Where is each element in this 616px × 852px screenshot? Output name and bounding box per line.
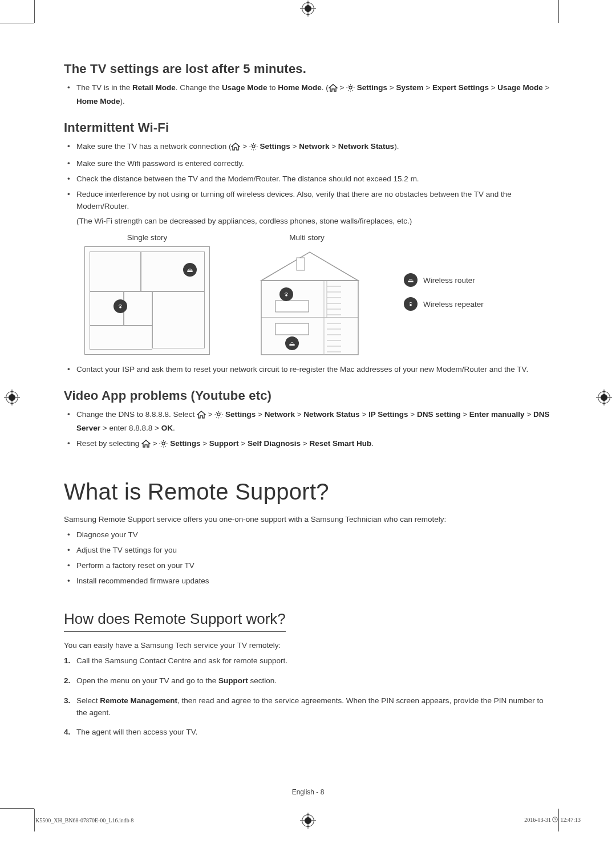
svg-rect-8 xyxy=(297,258,305,270)
bold-text: Settings xyxy=(168,439,200,448)
bold-text: Enter manually xyxy=(469,410,525,419)
svg-rect-10 xyxy=(289,344,294,346)
chevron: > xyxy=(408,410,417,419)
step-item: Open the menu on your TV and go to the S… xyxy=(76,675,552,687)
lead-text: Samsung Remote Support service offers yo… xyxy=(64,515,552,524)
chevron: > xyxy=(256,410,264,419)
heading-video: Video App problems (Youtube etc) xyxy=(64,388,552,403)
bold-text: OK xyxy=(161,424,173,432)
chevron: > xyxy=(200,439,209,448)
text: enter 8.8.8.8 xyxy=(109,424,155,432)
svg-point-1 xyxy=(119,306,121,309)
bold-text: Support xyxy=(209,439,239,448)
svg-marker-2 xyxy=(261,252,358,281)
chevron: > xyxy=(360,410,368,419)
registration-mark-icon xyxy=(302,2,314,15)
chevron: > xyxy=(155,424,161,432)
legend: Wireless router Wireless repeater xyxy=(404,273,484,311)
home-icon xyxy=(141,440,151,452)
registration-mark-icon xyxy=(598,391,610,404)
chevron: > xyxy=(206,410,214,419)
text: Reset by selecting xyxy=(76,439,141,448)
gear-icon xyxy=(159,439,168,452)
list-item: Make sure the TV has a network connectio… xyxy=(76,141,552,155)
bold-text: Network xyxy=(265,410,295,419)
svg-point-12 xyxy=(410,304,412,306)
bold-text: Home Mode xyxy=(76,97,120,106)
crop-mark xyxy=(34,0,35,23)
bold-text: Usage Mode xyxy=(222,83,268,92)
bold-text: Retail Mode xyxy=(132,83,176,92)
chevron: > xyxy=(301,439,309,448)
gear-icon xyxy=(249,142,258,155)
svg-rect-11 xyxy=(408,281,413,283)
chevron: > xyxy=(295,410,303,419)
gear-icon xyxy=(346,83,355,96)
step-item: Call the Samsung Contact Centre and ask … xyxy=(76,655,552,667)
page-footer-center: English - 8 xyxy=(0,788,616,796)
diagram-label-single: Single story xyxy=(127,233,168,242)
crop-mark xyxy=(34,809,35,831)
crop-mark xyxy=(0,23,34,23)
text: to xyxy=(267,83,278,92)
heading-remote-support: What is Remote Support? xyxy=(64,479,552,505)
chevron: > xyxy=(151,439,159,448)
text: Open the menu on your TV and go to the xyxy=(76,676,218,685)
chevron: > xyxy=(338,83,346,92)
bold-text: Home Mode xyxy=(278,83,322,92)
list-item: Diagnose your TV xyxy=(76,529,552,541)
chevron: > xyxy=(387,83,396,92)
gear-icon xyxy=(214,410,223,423)
text: Select xyxy=(76,696,100,705)
chevron: > xyxy=(460,410,469,419)
crop-mark xyxy=(0,808,34,809)
text: ). xyxy=(394,142,399,151)
text: section. xyxy=(248,676,277,685)
text: Make sure the TV has a network connectio… xyxy=(76,142,231,151)
crop-mark xyxy=(558,0,559,23)
chevron: > xyxy=(329,142,338,151)
bold-text: Settings xyxy=(223,410,256,419)
page-footer-left: K5500_XH_BN68-07870E-00_L16.indb 8 xyxy=(35,817,133,823)
list-item: Adjust the TV settings for you xyxy=(76,545,552,557)
chevron: > xyxy=(239,439,248,448)
lead-text: You can easily have a Samsung Tech servi… xyxy=(64,641,552,650)
bold-text: IP Settings xyxy=(368,410,408,419)
bold-text: Usage Mode xyxy=(497,83,543,92)
svg-rect-7 xyxy=(275,323,309,335)
text: . xyxy=(173,424,175,432)
bold-text: Network Status xyxy=(303,410,359,419)
floorplan-diagram xyxy=(84,246,210,355)
step-item: The agent will then access your TV. xyxy=(76,727,552,739)
text: . ( xyxy=(322,83,329,92)
bold-text: Expert Settings xyxy=(432,83,489,92)
chevron: > xyxy=(489,83,497,92)
chevron: > xyxy=(525,410,533,419)
bold-text: Settings xyxy=(258,142,290,151)
note-text: (The Wi-Fi strength can be decreased by … xyxy=(76,216,552,228)
house-diagram xyxy=(244,246,370,355)
list-item: Contact your ISP and ask them to reset y… xyxy=(76,364,552,376)
list-item: Install recommended firmware updates xyxy=(76,575,552,587)
footer-time: 12:47:13 xyxy=(560,817,581,823)
page-footer-right: 2016-03-31 12:47:13 xyxy=(524,817,581,823)
list-item: The TV is in the Retail Mode. Change the… xyxy=(76,82,552,108)
bold-text: Support xyxy=(218,676,248,685)
legend-label: Wireless router xyxy=(423,276,475,285)
text: ). xyxy=(120,97,125,106)
chevron: > xyxy=(100,424,109,432)
list-item: Change the DNS to 8.8.8.8. Select > Sett… xyxy=(76,409,552,435)
svg-point-9 xyxy=(285,294,287,297)
bold-text: Remote Management xyxy=(100,696,177,705)
list-item: Check the distance between the TV and th… xyxy=(76,173,552,185)
legend-label: Wireless repeater xyxy=(423,300,484,309)
home-icon xyxy=(231,143,240,155)
text: Change the DNS to 8.8.8.8. Select xyxy=(76,410,197,419)
router-badge-icon xyxy=(404,273,418,287)
chevron: > xyxy=(240,142,249,151)
bold-text: System xyxy=(396,83,423,92)
list-item: Reset by selecting > Settings > Support … xyxy=(76,438,552,452)
home-icon xyxy=(329,84,338,96)
bold-text: Network Status xyxy=(338,142,394,151)
bold-text: DNS setting xyxy=(417,410,461,419)
